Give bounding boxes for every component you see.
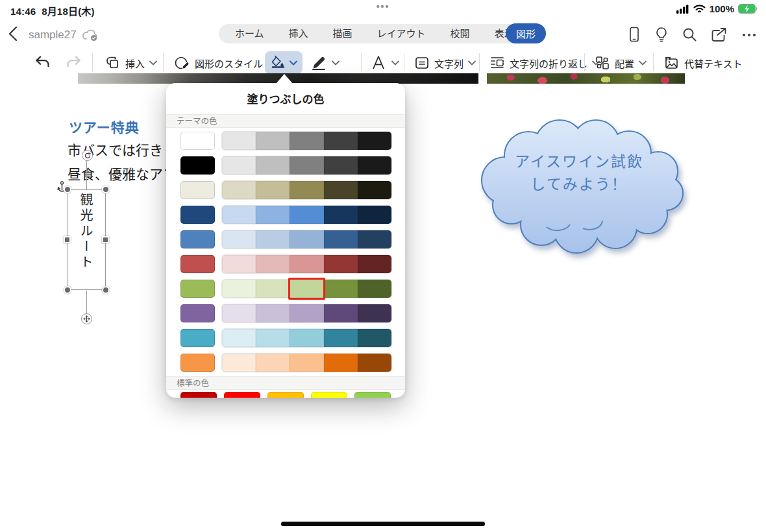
color-swatch[interactable] [222, 304, 256, 322]
color-swatch[interactable] [256, 280, 290, 298]
color-swatch[interactable] [358, 255, 391, 273]
more-menu-icon[interactable] [741, 27, 757, 42]
fill-color-button-active[interactable] [265, 51, 303, 74]
theme-main-color-swatch[interactable] [180, 132, 215, 150]
color-swatch[interactable] [324, 255, 358, 273]
theme-main-color-swatch[interactable] [180, 206, 215, 224]
theme-main-color-swatch[interactable] [180, 354, 215, 372]
color-swatch[interactable] [290, 304, 323, 322]
color-swatch[interactable] [324, 230, 358, 248]
color-swatch[interactable] [358, 280, 391, 298]
color-swatch[interactable] [290, 230, 323, 248]
color-swatch[interactable] [222, 230, 256, 248]
color-swatch[interactable] [222, 280, 256, 298]
standard-color-swatch[interactable] [224, 392, 260, 398]
color-swatch[interactable] [324, 132, 358, 150]
color-swatch[interactable] [358, 206, 391, 224]
color-swatch[interactable] [358, 329, 391, 347]
standard-color-swatch[interactable] [311, 392, 347, 398]
color-swatch[interactable] [358, 354, 391, 372]
color-swatch[interactable] [290, 156, 323, 175]
resize-handle-right[interactable] [102, 236, 109, 243]
cloud-text[interactable]: アイスワイン試飲 してみよう！ [471, 151, 687, 196]
back-button[interactable] [8, 26, 18, 42]
color-swatch[interactable] [324, 354, 358, 372]
lightbulb-icon[interactable] [655, 27, 668, 42]
resize-handle-bottom-right[interactable] [102, 286, 110, 294]
insert-shape-button[interactable]: 挿入 [105, 53, 157, 73]
color-swatch[interactable] [290, 329, 323, 347]
standard-color-swatch[interactable] [180, 392, 217, 398]
home-indicator[interactable] [281, 522, 485, 526]
alt-text-button[interactable]: 代替テキスト [663, 53, 743, 73]
tab-layout[interactable]: レイアウト [365, 24, 438, 43]
resize-handle-top-left[interactable] [64, 186, 71, 193]
multitask-handle[interactable]: ••• [364, 1, 402, 12]
color-swatch[interactable] [290, 206, 323, 224]
color-swatch[interactable] [358, 132, 391, 150]
tab-home[interactable]: ホーム [223, 24, 277, 43]
color-swatch[interactable] [222, 206, 256, 224]
theme-main-color-swatch[interactable] [180, 181, 215, 199]
color-swatch[interactable] [256, 181, 290, 199]
color-swatch[interactable] [290, 354, 323, 372]
color-swatch[interactable] [290, 181, 323, 199]
tab-shape-selected[interactable]: 図形 [506, 23, 546, 43]
color-swatch[interactable] [324, 304, 358, 322]
theme-main-color-swatch[interactable] [180, 156, 215, 175]
move-handle[interactable] [81, 313, 92, 324]
color-swatch[interactable] [290, 132, 323, 150]
color-swatch[interactable] [256, 304, 290, 322]
color-swatch[interactable] [222, 354, 256, 372]
vertical-textbox-text[interactable]: 観光ルート [77, 193, 95, 277]
color-swatch[interactable] [358, 156, 391, 175]
color-swatch[interactable] [222, 329, 256, 347]
theme-main-color-swatch[interactable] [180, 255, 215, 273]
text-effects-button[interactable] [370, 53, 399, 73]
redo-button-disabled[interactable] [65, 54, 82, 71]
color-swatch[interactable] [256, 255, 290, 273]
color-swatch[interactable] [256, 329, 290, 347]
color-swatch-selected[interactable] [290, 280, 323, 298]
color-swatch[interactable] [256, 230, 290, 248]
color-swatch[interactable] [358, 304, 391, 322]
color-swatch[interactable] [324, 156, 358, 175]
color-swatch[interactable] [222, 132, 256, 150]
color-swatch[interactable] [324, 181, 358, 199]
document-photo-flowers[interactable] [487, 73, 685, 84]
color-swatch[interactable] [256, 132, 290, 150]
theme-main-color-swatch[interactable] [180, 280, 215, 298]
color-swatch[interactable] [324, 206, 358, 224]
tab-insert[interactable]: 挿入 [277, 24, 321, 43]
color-swatch[interactable] [324, 280, 358, 298]
search-icon[interactable] [682, 27, 697, 42]
resize-handle-top-right[interactable] [102, 186, 110, 193]
standard-color-swatch[interactable] [354, 392, 391, 398]
color-swatch[interactable] [256, 354, 290, 372]
text-button[interactable]: 文字列 [414, 53, 476, 73]
rotate-handle[interactable] [82, 150, 93, 161]
color-swatch[interactable] [358, 181, 391, 199]
tab-draw[interactable]: 描画 [321, 24, 365, 43]
color-swatch[interactable] [290, 255, 323, 273]
color-swatch[interactable] [222, 255, 256, 273]
shape-outline-button[interactable] [310, 53, 340, 73]
resize-handle-left[interactable] [64, 236, 71, 243]
standard-color-swatch[interactable] [267, 392, 304, 398]
color-swatch[interactable] [256, 206, 290, 224]
color-swatch[interactable] [222, 156, 256, 175]
resize-handle-bottom-left[interactable] [64, 286, 71, 294]
share-icon[interactable] [711, 27, 727, 42]
arrange-button[interactable]: 配置 [595, 53, 647, 73]
color-swatch[interactable] [324, 329, 358, 347]
color-swatch[interactable] [358, 230, 391, 248]
theme-main-color-swatch[interactable] [180, 230, 215, 248]
mobile-view-icon[interactable] [628, 27, 641, 42]
undo-button[interactable] [34, 54, 51, 71]
tab-review[interactable]: 校閲 [438, 24, 482, 43]
theme-main-color-swatch[interactable] [180, 329, 215, 347]
color-swatch[interactable] [222, 181, 256, 199]
shape-style-button[interactable]: 図形のスタイル [174, 53, 275, 73]
color-swatch[interactable] [256, 156, 290, 175]
text-wrap-button[interactable]: 文字列の折り返し [489, 53, 600, 73]
